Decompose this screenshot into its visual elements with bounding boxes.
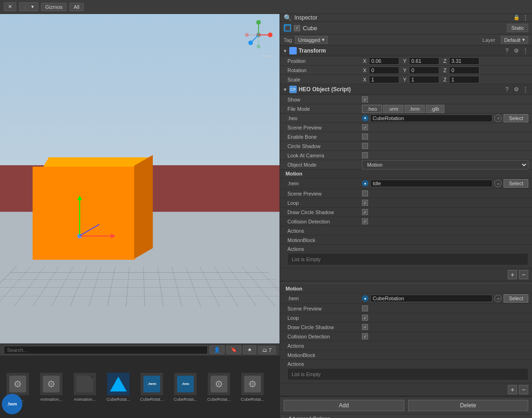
position-z-input[interactable]	[449, 57, 479, 65]
asset-icon-gear2: ⚙	[40, 373, 62, 395]
list-item[interactable]: .heo CubeRotat...	[171, 373, 199, 402]
look-at-camera-checkbox[interactable]	[362, 152, 368, 158]
motion1-motionblock-row: MotionBlock	[280, 236, 532, 245]
asset-view-btn[interactable]: 👤	[210, 345, 225, 354]
circle-shadow-value	[362, 143, 528, 149]
file-mode-heo-btn[interactable]: .heo	[362, 105, 382, 113]
motion1-collision-checkbox[interactable]	[362, 218, 368, 224]
list-item[interactable]: CubeRotat...	[104, 373, 132, 402]
list-item[interactable]: ⚙ CubeRotat...	[239, 373, 266, 402]
motion1-select-btn[interactable]: Select	[504, 179, 528, 188]
scale-z-input[interactable]	[449, 76, 479, 83]
motion2-scene-preview-checkbox[interactable]	[362, 305, 368, 311]
tag-dropdown[interactable]: Untagged ▾	[295, 36, 328, 44]
motion1-hem-input[interactable]	[370, 180, 492, 187]
rotation-y-input[interactable]	[409, 67, 439, 74]
more-options-icon[interactable]: ⋮	[523, 14, 528, 21]
motion2-actions-label: Actions	[287, 343, 362, 349]
scale-y-input[interactable]	[409, 76, 439, 83]
heo-target-input[interactable]	[370, 115, 492, 122]
motion-section-1: Motion .hem ● ○ Select	[280, 169, 532, 282]
scene-preview-label-1: Scene Preview	[287, 125, 362, 130]
list-item[interactable]: ⚙ Animation...	[37, 373, 65, 402]
file-mode-row: File Mode .heo .vrm .hrm .glb	[280, 104, 532, 114]
motion2-picker-btn[interactable]: ○	[494, 295, 502, 302]
show-checkbox[interactable]	[362, 96, 368, 102]
heo-select-btn[interactable]: Select	[504, 114, 528, 122]
motion-header-2: Motion	[280, 284, 532, 293]
circle-shadow-checkbox[interactable]	[362, 143, 368, 149]
motion1-add-btn[interactable]: +	[508, 270, 517, 279]
motion1-scene-preview-checkbox[interactable]	[362, 190, 368, 196]
tools-btn[interactable]: ✕	[4, 2, 16, 11]
layer-label: Layer	[483, 37, 496, 43]
delete-btn[interactable]: Delete	[408, 400, 529, 411]
heo-settings-btn[interactable]: ⚙	[512, 86, 520, 93]
object-name-input[interactable]	[303, 25, 504, 32]
heo-section-actions: ? ⚙ ⋮	[503, 86, 529, 93]
static-dropdown[interactable]: Static	[507, 24, 528, 32]
scene-view[interactable]: Persp	[0, 14, 280, 344]
asset-count-btn[interactable]: 🗂 7	[258, 346, 276, 354]
motion2-collision-checkbox[interactable]	[362, 333, 368, 339]
heo-target-picker-btn[interactable]: ○	[494, 115, 502, 122]
transform-title: Transform	[299, 47, 501, 54]
heo-script-section-header[interactable]: ▼ C# HEO Object (Script) ? ⚙ ⋮	[280, 84, 532, 95]
asset-flag-btn[interactable]: 🔖	[226, 345, 241, 354]
motion1-draw-circle-checkbox[interactable]	[362, 209, 368, 215]
add-btn[interactable]: Add	[284, 400, 404, 411]
motion2-add-btn[interactable]: +	[508, 385, 517, 394]
asset-search-input[interactable]	[4, 346, 208, 354]
all-btn[interactable]: All	[69, 3, 83, 11]
motion2-select-btn[interactable]: Select	[504, 294, 528, 303]
enable-bone-checkbox[interactable]	[362, 134, 368, 140]
file-mode-hrm-btn[interactable]: .hrm	[404, 105, 425, 113]
position-x-input[interactable]	[369, 57, 399, 65]
transform-help-btn[interactable]: ?	[503, 47, 511, 54]
motion2-remove-btn[interactable]: −	[519, 385, 528, 394]
object-mode-row: Object Mode Motion Static	[280, 160, 532, 169]
heo-help-btn[interactable]: ?	[503, 86, 511, 93]
heo-target-field: ● ○ Select	[362, 114, 528, 122]
object-active-checkbox[interactable]	[294, 25, 300, 31]
heo-more-btn[interactable]: ⋮	[522, 86, 529, 93]
motion1-loop-checkbox[interactable]	[362, 200, 368, 206]
transform-section-header[interactable]: ▼ Transform ? ⚙ ⋮	[280, 46, 532, 56]
motion2-loop-checkbox[interactable]	[362, 315, 368, 321]
motion2-draw-circle-checkbox[interactable]	[362, 324, 368, 330]
cube-face-right	[134, 155, 153, 259]
layer-dropdown[interactable]: Default ▾	[501, 36, 528, 44]
motion1-remove-btn[interactable]: −	[519, 270, 528, 279]
enable-bone-value	[362, 134, 528, 140]
list-item[interactable]: ⚙ CubeRotat...	[205, 373, 233, 402]
object-mode-select[interactable]: Motion Static	[362, 160, 528, 169]
sx-coord-label: X	[362, 77, 368, 82]
motion1-picker-btn[interactable]: ○	[494, 180, 502, 187]
asset-star-btn[interactable]: ★	[243, 345, 256, 354]
advanced-options-section[interactable]: ▶ Advanced Options	[280, 414, 532, 418]
file-mode-glb-btn[interactable]: .glb	[426, 105, 444, 113]
z-coord-label: Z	[442, 58, 448, 64]
gizmos-btn[interactable]: Gizmos	[41, 3, 67, 11]
position-y-input[interactable]	[409, 57, 439, 65]
rotation-values: X Y Z	[362, 67, 528, 74]
scale-label: Scale	[287, 77, 362, 82]
triangle-icon	[110, 377, 127, 391]
asset-icon-gear3: ⚙	[208, 373, 230, 395]
scale-x-input[interactable]	[369, 76, 399, 83]
rotation-x-input[interactable]	[369, 67, 399, 74]
rotation-z-input[interactable]	[449, 67, 479, 74]
scene-preview-checkbox-1[interactable]	[362, 124, 368, 130]
rx-coord-label: X	[362, 67, 368, 73]
motion2-hem-input[interactable]	[370, 295, 492, 302]
motion2-list-empty: List is Empty	[287, 368, 528, 380]
camera-btn[interactable]: 🎥 ▾	[19, 2, 38, 11]
lock-icon[interactable]: 🔒	[513, 14, 520, 21]
motion1-scene-preview-row: Scene Preview	[280, 189, 532, 198]
motion2-target-icon: ●	[362, 295, 368, 302]
list-item[interactable]: Animation...	[71, 373, 99, 402]
list-item[interactable]: .hem CubeRotat...	[138, 373, 166, 402]
transform-more-btn[interactable]: ⋮	[522, 47, 529, 54]
file-mode-vrm-btn[interactable]: .vrm	[383, 105, 403, 113]
transform-settings-btn[interactable]: ⚙	[512, 47, 520, 54]
